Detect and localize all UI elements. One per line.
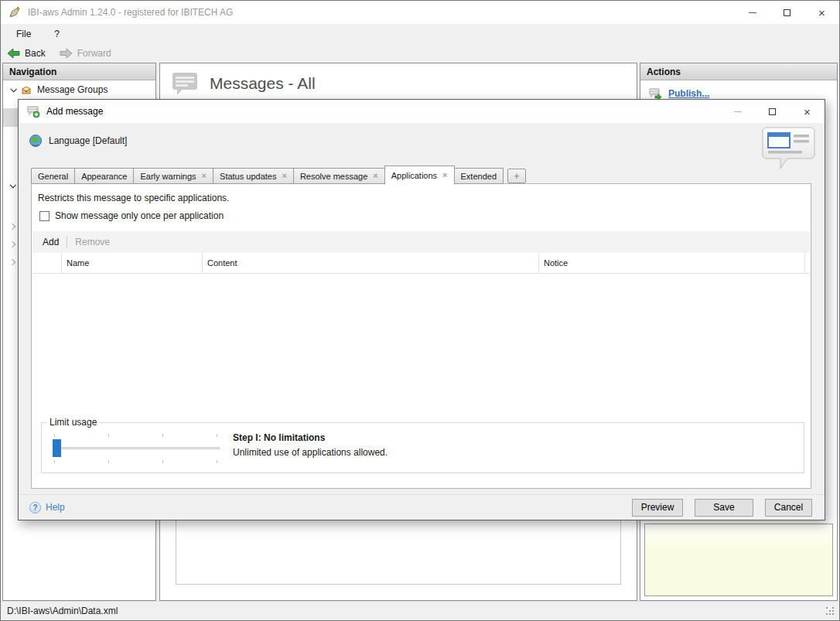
minimize-icon xyxy=(734,111,742,112)
publish-action[interactable]: Publish... xyxy=(640,80,837,100)
tab-appearance[interactable]: Appearance xyxy=(74,168,134,184)
content-header: Messages - All xyxy=(160,63,637,96)
tree-item-message-groups[interactable]: Message Groups xyxy=(3,80,155,99)
message-preview-art-icon xyxy=(761,127,817,173)
tree-item-label: Message Groups xyxy=(37,84,108,95)
minimize-icon xyxy=(749,12,756,13)
chevron-right-icon[interactable] xyxy=(9,241,15,247)
app-icon xyxy=(9,6,21,19)
dialog-title: Add message xyxy=(46,106,103,117)
save-button[interactable]: Save xyxy=(695,499,753,517)
tab-applications[interactable]: Applications× xyxy=(384,165,455,185)
column-header-name[interactable]: Name xyxy=(62,253,203,273)
step-description: Unlimited use of applications allowed. xyxy=(233,447,388,458)
limit-usage-legend: Limit usage xyxy=(46,417,100,428)
navigation-header: Navigation xyxy=(3,63,155,80)
dialog-tabstrip: General Appearance Early warnings× Statu… xyxy=(31,165,526,184)
help-link[interactable]: ? Help xyxy=(29,502,65,514)
dialog-minimize-button xyxy=(720,100,755,123)
tab-label: Early warnings xyxy=(140,172,196,181)
add-tab-button[interactable]: + xyxy=(507,169,526,183)
slider-tick xyxy=(54,434,55,437)
maximize-icon xyxy=(784,9,790,16)
main-titlebar: IBI-aws Admin 1.24.0 - registered for IB… xyxy=(1,1,839,24)
slider-track[interactable] xyxy=(53,447,220,449)
menu-bar: File ? xyxy=(1,24,839,44)
step-title: Step I: No limitations xyxy=(233,432,388,443)
selector-column-header[interactable] xyxy=(32,253,62,273)
slider-tick xyxy=(217,434,217,437)
dialog-maximize-button[interactable] xyxy=(755,100,790,123)
limit-usage-slider[interactable] xyxy=(53,432,220,466)
toolbar-separator xyxy=(67,237,67,247)
checkbox-box[interactable] xyxy=(39,211,50,221)
column-header-content[interactable]: Content xyxy=(203,253,539,273)
forward-button[interactable]: Forward xyxy=(60,48,111,59)
maximize-button[interactable] xyxy=(770,1,804,24)
status-path: D:\IBI-aws\Admin\Data.xml xyxy=(7,606,118,616)
applications-tab-panel: Restricts this message to specific appli… xyxy=(31,183,811,489)
language-selector[interactable]: Language [Default] xyxy=(29,134,127,148)
close-tab-icon[interactable]: × xyxy=(282,172,286,180)
globe-icon xyxy=(29,134,43,148)
chevron-right-icon[interactable] xyxy=(9,223,15,230)
close-tab-icon[interactable]: × xyxy=(442,171,447,179)
add-message-icon xyxy=(26,105,40,118)
tab-label: Extended xyxy=(461,172,497,181)
nav-toolbar: Back Forward xyxy=(1,44,839,63)
forward-arrow-icon xyxy=(60,48,73,59)
tab-early-warnings[interactable]: Early warnings× xyxy=(133,168,213,184)
column-header-notice[interactable]: Notice xyxy=(539,253,805,273)
minimize-button[interactable] xyxy=(735,1,770,24)
window-title: IBI-aws Admin 1.24.0 - registered for IB… xyxy=(28,7,233,18)
publish-icon xyxy=(648,87,662,100)
chevron-down-icon[interactable] xyxy=(9,182,15,188)
column-header-filler xyxy=(805,253,810,273)
back-arrow-icon xyxy=(7,48,20,59)
message-groups-icon xyxy=(21,84,32,95)
resize-grip-icon[interactable] xyxy=(826,607,835,616)
tab-description: Restricts this message to specific appli… xyxy=(38,193,229,203)
tab-extended[interactable]: Extended xyxy=(454,168,504,184)
tab-label: Status updates xyxy=(220,172,276,181)
dialog-footer: ? Help Preview Save Cancel xyxy=(19,494,825,520)
checkbox-label: Show message only once per application xyxy=(55,210,224,221)
close-tab-icon[interactable]: × xyxy=(373,172,377,180)
add-application-button[interactable]: Add xyxy=(43,237,59,247)
actions-header: Actions xyxy=(640,63,837,80)
slider-tick xyxy=(162,460,163,463)
slider-tick xyxy=(54,460,55,463)
slider-tick xyxy=(108,434,109,437)
messages-icon xyxy=(171,71,199,96)
preview-button[interactable]: Preview xyxy=(632,499,683,517)
plus-icon: + xyxy=(514,171,519,182)
back-button[interactable]: Back xyxy=(7,48,46,59)
publish-link[interactable]: Publish... xyxy=(668,88,709,99)
remove-application-button[interactable]: Remove xyxy=(75,237,110,247)
back-label: Back xyxy=(25,48,46,59)
cancel-button[interactable]: Cancel xyxy=(765,499,812,517)
page-title: Messages - All xyxy=(210,74,316,93)
menu-help[interactable]: ? xyxy=(51,27,63,41)
slider-thumb[interactable] xyxy=(53,439,61,457)
tab-status-updates[interactable]: Status updates× xyxy=(213,168,294,184)
tab-label: Appearance xyxy=(81,172,127,181)
tab-resolve-message[interactable]: Resolve message× xyxy=(293,168,385,184)
once-per-application-checkbox[interactable]: Show message only once per application xyxy=(39,210,224,221)
close-button[interactable]: × xyxy=(804,1,839,24)
close-tab-icon[interactable]: × xyxy=(202,172,207,180)
close-icon: × xyxy=(804,105,811,118)
maximize-icon xyxy=(769,108,776,115)
forward-label: Forward xyxy=(77,48,111,59)
menu-file[interactable]: File xyxy=(13,27,34,41)
slider-tick xyxy=(162,434,163,437)
chevron-down-icon[interactable] xyxy=(10,86,16,92)
tab-general[interactable]: General xyxy=(31,168,75,184)
applications-list-toolbar: Add Remove xyxy=(32,231,810,253)
chevron-right-icon[interactable] xyxy=(9,259,15,265)
help-label: Help xyxy=(46,502,65,513)
slider-tick xyxy=(108,460,109,463)
slider-tick xyxy=(217,460,217,463)
dialog-close-button[interactable]: × xyxy=(790,100,825,123)
language-label: Language [Default] xyxy=(49,135,127,146)
